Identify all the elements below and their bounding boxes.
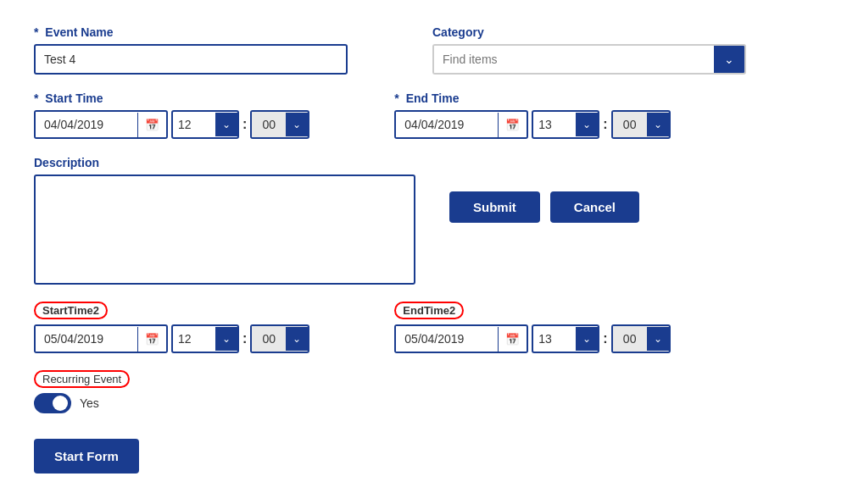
end-min-input[interactable] [613,112,647,137]
start-time-label: * Start Time [34,91,309,105]
end2-calendar-btn[interactable]: 📅 [498,327,527,352]
start-hour-arrow: ⌄ [215,113,237,136]
end-min-arrow: ⌄ [647,113,669,136]
event-name-input[interactable] [34,44,348,75]
recurring-label-annotation: Recurring Event [34,370,130,388]
end2-min-wrapper[interactable]: ⌄ [611,324,671,353]
start-min-input[interactable] [252,112,286,137]
category-input[interactable] [434,46,714,73]
toggle-slider [34,393,71,413]
end-hour-arrow: ⌄ [576,113,598,136]
submit-button[interactable]: Submit [449,191,540,223]
start2-hour-arrow: ⌄ [215,327,237,351]
start-date-field[interactable]: 📅 [34,110,168,139]
category-dropdown-btn[interactable]: ⌄ [714,46,744,73]
start-calendar-btn[interactable]: 📅 [137,113,166,137]
start-date-input[interactable] [36,112,137,137]
start2-min-input[interactable] [252,326,286,352]
end-date-input[interactable] [396,112,498,137]
start2-colon: : [242,331,247,346]
end2-hour-arrow: ⌄ [576,327,598,351]
end-calendar-btn[interactable]: 📅 [498,113,527,137]
start-datetime-wrapper: 📅 12 ⌄ : ⌄ [34,110,309,139]
start-min-arrow: ⌄ [286,113,308,136]
required-star: * [34,25,38,39]
end-date-field[interactable]: 📅 [394,110,528,139]
start2-datetime-wrapper: 📅 12 ⌄ : ⌄ [34,324,309,353]
category-field[interactable]: ⌄ [432,44,746,75]
category-label: Category [432,25,746,39]
toggle-wrapper: Yes [34,393,813,413]
end-hour-select-wrapper[interactable]: 13 ⌄ [532,110,599,139]
cancel-button[interactable]: Cancel [550,191,639,223]
description-label: Description [34,156,813,169]
recurring-yes-label: Yes [80,396,99,410]
start-hour-select-wrapper[interactable]: 12 ⌄ [171,110,239,139]
end2-hour-select-wrapper[interactable]: 13 ⌄ [532,324,599,353]
event-name-label: * Event Name [34,25,348,39]
start2-min-arrow: ⌄ [286,327,308,351]
end2-datetime-wrapper: 📅 13 ⌄ : ⌄ [394,324,670,353]
end2-date-input[interactable] [396,326,498,352]
action-buttons: Submit Cancel [449,174,639,223]
start2-hour-select-wrapper[interactable]: 12 ⌄ [171,324,239,353]
start2-date-input[interactable] [36,326,137,352]
start-time2-annotation: StartTime2 [34,302,108,319]
end2-hour-select[interactable]: 13 [533,326,576,352]
end-time-label: * End Time [394,91,670,105]
end-time2-label: EndTime2 [394,302,670,319]
end-min-wrapper[interactable]: ⌄ [611,110,671,139]
end2-min-arrow: ⌄ [647,327,669,351]
end-hour-select[interactable]: 13 [533,112,576,137]
start2-calendar-btn[interactable]: 📅 [137,327,166,352]
end-datetime-wrapper: 📅 13 ⌄ : ⌄ [394,110,670,139]
end-time2-annotation: EndTime2 [394,302,464,319]
end-colon: : [603,117,607,132]
end2-date-field[interactable]: 📅 [394,324,528,353]
start-form-button[interactable]: Start Form [34,439,139,474]
description-textarea[interactable] [34,174,415,285]
start-hour-select[interactable]: 12 [173,112,215,137]
start2-min-wrapper[interactable]: ⌄ [250,324,309,353]
recurring-toggle[interactable] [34,393,71,413]
end2-min-input[interactable] [613,326,647,352]
end2-colon: : [603,331,607,346]
start-colon: : [242,117,247,132]
start-time2-label: StartTime2 [34,302,309,319]
start2-date-field[interactable]: 📅 [34,324,168,353]
start2-hour-select[interactable]: 12 [173,326,215,352]
start-min-wrapper[interactable]: ⌄ [250,110,309,139]
